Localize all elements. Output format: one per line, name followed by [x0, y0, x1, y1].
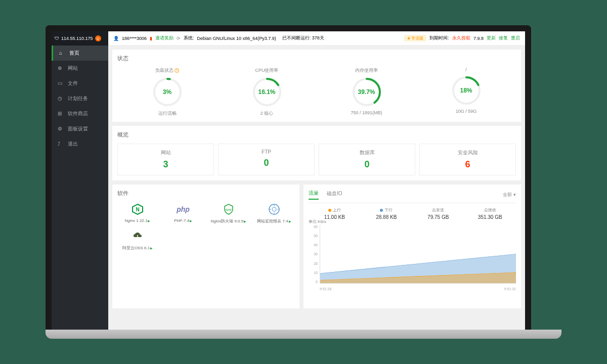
notification-badge[interactable]: 0 [95, 35, 101, 41]
folder-icon: ▭ [58, 80, 64, 86]
sidebar-item-folder[interactable]: ▭文件 [52, 76, 108, 91]
sidebar-item-label: 首页 [69, 50, 79, 57]
software-item[interactable]: 网站监控报表 7.4▶ [254, 202, 294, 224]
overview-card[interactable]: 网站3 [117, 144, 214, 175]
home-icon: ⌂ [59, 50, 65, 56]
clock-icon: ◷ [58, 96, 64, 102]
y-tick: 0 [309, 280, 318, 284]
x-tick: 9:51:28 [320, 287, 331, 291]
dot-icon [380, 209, 383, 212]
sidebar-item-globe[interactable]: ⊕网站 [52, 61, 108, 76]
play-icon: ▶ [244, 219, 246, 223]
globe-icon: ⊕ [58, 65, 64, 71]
restart-link[interactable]: 重启 [511, 35, 520, 41]
traffic-panel: 流量 磁盘IO 全部 ▾ 上行11.00 KB下行28.88 KB总发送79.7… [304, 185, 521, 308]
version: 7.9.8 [473, 36, 484, 41]
overview-title: 概览 [117, 131, 516, 139]
software-item[interactable]: 阿里云OSS 6.1▶ [117, 229, 158, 251]
y-tick: 40 [309, 243, 318, 247]
status-gauge[interactable]: 内存使用率39.7%750 / 1891(MB) [317, 67, 416, 117]
status-gauge[interactable]: CPU使用率16.1%2 核心 [217, 67, 317, 117]
svg-text:N: N [136, 207, 139, 212]
main-content: 👤 186****3006 ▮ 邀请奖励 ⟳ 系统: Debian GNU/Li… [108, 31, 525, 330]
dot-icon [328, 209, 331, 212]
overview-card[interactable]: 数据库0 [319, 144, 415, 175]
y-tick: 20 [309, 262, 318, 265]
status-gauge[interactable]: /18%10G / 59G [416, 67, 516, 117]
software-title: 软件 [117, 190, 294, 197]
topbar: 👤 186****3006 ▮ 邀请奖励 ⟳ 系统: Debian GNU/Li… [108, 31, 525, 46]
filter-all[interactable]: 全部 ▾ [503, 192, 516, 198]
update-link[interactable]: 更新 [487, 35, 496, 41]
expire-value: 永久授权 [452, 35, 470, 41]
play-icon: ▶ [190, 219, 192, 222]
gear-icon: ⚙ [58, 126, 64, 132]
software-item[interactable]: NNginx 1.22.1▶ [117, 202, 158, 224]
tab-traffic[interactable]: 流量 [309, 190, 319, 200]
sidebar: 🛡 114.55.110.175 0 ⌂首页⊕网站▭文件◷计划任务⊞软件商店⚙面… [52, 31, 108, 330]
x-tick: 9:51:31 [504, 287, 516, 291]
sidebar-item-label: 网站 [68, 65, 78, 72]
grid-icon: ⊞ [58, 111, 64, 117]
system-info: Debian GNU/Linux 10 x86_64(Py3.7.9) [197, 36, 276, 41]
sidebar-item-label: 面板设置 [68, 125, 88, 132]
overview-panel: 概览 网站3FTP0数据库0安全风险6 [112, 126, 521, 180]
status-gauge[interactable]: 负载状态?3%运行流畅 [117, 67, 217, 117]
info-icon[interactable]: ? [175, 68, 179, 73]
traffic-chart: 单位:KB/s 6050403020100 9:51:28 9:51:31 [309, 225, 516, 291]
repair-link[interactable]: 修复 [499, 35, 508, 41]
software-item[interactable]: phpPHP-7.4▶ [163, 202, 203, 224]
sidebar-item-gear[interactable]: ⚙面板设置 [52, 121, 108, 136]
y-tick: 10 [309, 271, 318, 275]
sidebar-item-label: 软件商店 [68, 110, 88, 117]
monitor-icon [267, 202, 281, 216]
refresh-icon[interactable]: ⟳ [177, 36, 181, 41]
server-ip: 114.55.110.175 [61, 36, 93, 41]
sidebar-item-label: 计划任务 [68, 95, 88, 102]
sidebar-item-clock[interactable]: ◷计划任务 [52, 91, 108, 106]
svg-text:WAF: WAF [225, 208, 232, 211]
overview-card[interactable]: 安全风险6 [419, 144, 516, 175]
status-panel: 状态 负载状态?3%运行流畅CPU使用率16.1%2 核心内存使用率39.7%7… [112, 50, 521, 122]
sidebar-item-exit[interactable]: ⤴退出 [52, 136, 108, 152]
system-label: 系统: [184, 35, 194, 41]
overview-card[interactable]: FTP0 [218, 144, 315, 175]
sidebar-item-home[interactable]: ⌂首页 [52, 46, 108, 61]
svg-point-12 [272, 207, 276, 211]
traffic-stat: 总发送79.75 GB [412, 207, 464, 220]
y-tick: 30 [309, 252, 318, 256]
user-icon: 👤 [113, 36, 119, 41]
sidebar-item-grid[interactable]: ⊞软件商店 [52, 106, 108, 121]
traffic-stat: 下行28.88 KB [361, 207, 413, 220]
waf-icon: WAF [222, 202, 236, 216]
exit-icon: ⤴ [58, 141, 64, 147]
sidebar-item-label: 退出 [68, 141, 78, 148]
traffic-stat: 总接收351.30 GB [464, 207, 516, 220]
shield-icon: 🛡 [55, 36, 59, 41]
software-panel: 软件 NNginx 1.22.1▶phpPHP-7.4▶WAFNginx防火墙 … [112, 185, 299, 308]
y-tick: 50 [309, 234, 318, 238]
software-item[interactable]: WAFNginx防火墙 9.0.9▶ [208, 202, 249, 224]
nginx-icon: N [131, 202, 145, 216]
user-phone: 186****3006 [122, 36, 147, 41]
sidebar-item-label: 文件 [68, 80, 78, 87]
php-icon: php [176, 202, 190, 216]
traffic-stat: 上行11.00 KB [309, 207, 361, 220]
status-title: 状态 [117, 55, 516, 62]
play-icon: ▶ [150, 246, 153, 250]
tab-diskio[interactable]: 磁盘IO [327, 190, 342, 199]
uptime: 已不间断运行: 378天 [282, 35, 324, 41]
sidebar-header: 🛡 114.55.110.175 0 [52, 31, 108, 46]
y-tick: 60 [309, 225, 318, 229]
pro-badge[interactable]: ◈专业版 [404, 35, 426, 41]
oss-icon [131, 229, 145, 243]
play-icon: ▶ [148, 219, 150, 222]
play-icon: ▶ [289, 219, 291, 223]
expire-label: 到期时间: [429, 35, 449, 41]
chart-unit: 单位:KB/s [309, 219, 326, 224]
invite-link[interactable]: 邀请奖励 [155, 35, 174, 41]
